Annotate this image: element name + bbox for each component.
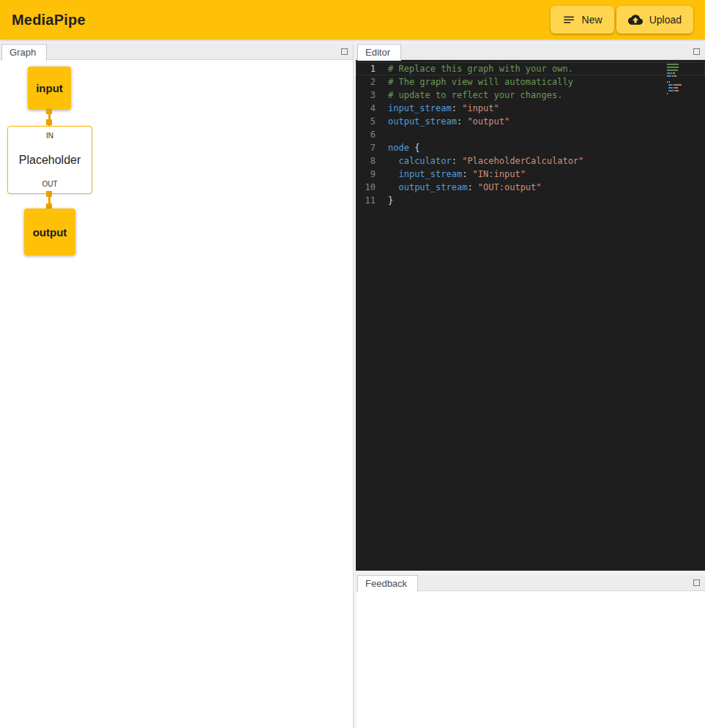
mediapipe-visualizer: MediaPipe New Upload Graph i: [0, 0, 705, 728]
app-title: MediaPipe: [12, 12, 86, 29]
input-port-icon: [46, 119, 52, 125]
output-port-icon: [46, 108, 52, 114]
line-number: 2: [356, 75, 388, 89]
tab-graph[interactable]: Graph: [1, 44, 47, 61]
line-number: 6: [356, 128, 388, 141]
tab-feedback-label: Feedback: [365, 578, 407, 589]
line-number: 8: [356, 154, 388, 168]
header-actions: New Upload: [551, 6, 693, 34]
code-line: 2# The graph view will automatically: [356, 75, 705, 89]
code-line: 9 input_stream: "IN:input": [356, 168, 705, 181]
output-port-icon: [46, 191, 52, 197]
minimap-line: [667, 84, 693, 86]
new-button[interactable]: New: [551, 6, 614, 34]
graph-node-output[interactable]: output: [24, 209, 75, 255]
code-line: 3# update to reflect your changes.: [356, 89, 705, 102]
minimap-line: [667, 93, 693, 94]
graph-panel-header: Graph: [0, 44, 353, 60]
graph-panel: Graph input IN Placeholder OUT output: [0, 44, 354, 728]
maximize-icon[interactable]: [341, 48, 348, 55]
minimap[interactable]: [667, 64, 693, 94]
placeholder-in-port-label: IN: [8, 132, 92, 140]
cloud-upload-icon: [628, 12, 643, 27]
menu-lines-icon: [562, 13, 575, 26]
minimap-line: [667, 87, 693, 89]
maximize-icon[interactable]: [693, 48, 700, 55]
feedback-panel: Feedback: [356, 575, 705, 728]
minimap-line: [667, 81, 693, 83]
code-line: 4input_stream: "input": [356, 102, 705, 115]
tab-editor[interactable]: Editor: [357, 44, 401, 61]
placeholder-out-port-label: OUT: [8, 180, 92, 188]
line-number: 11: [356, 194, 388, 207]
code-line: 7node {: [356, 141, 705, 154]
line-number: 5: [356, 115, 388, 128]
graph-canvas[interactable]: input IN Placeholder OUT output: [0, 60, 353, 728]
minimap-line: [667, 67, 693, 68]
tab-editor-label: Editor: [365, 47, 390, 58]
placeholder-node-label: Placeholder: [8, 154, 92, 167]
line-number: 10: [356, 181, 388, 194]
line-number: 7: [356, 141, 388, 154]
editor-panel-header: Editor: [356, 44, 705, 60]
code-line: 10 output_stream: "OUT:output": [356, 181, 705, 194]
line-number: 1: [356, 62, 388, 75]
minimap-line: [667, 90, 693, 91]
new-button-label: New: [582, 14, 603, 26]
upload-button-label: Upload: [649, 14, 682, 26]
line-number: 3: [356, 89, 388, 102]
code-line: 5output_stream: "output": [356, 115, 705, 128]
line-number: 4: [356, 102, 388, 115]
code-lines: 1# Replace this graph with your own.2# T…: [356, 62, 705, 207]
tab-feedback[interactable]: Feedback: [357, 575, 418, 592]
code-line: 11}: [356, 194, 705, 207]
code-line: 8 calculator: "PlaceholderCalculator": [356, 154, 705, 168]
tab-graph-label: Graph: [10, 47, 36, 58]
editor-panel: Editor 1# Replace this graph with your o…: [356, 44, 705, 571]
line-number: 9: [356, 168, 388, 181]
minimap-line: [667, 72, 693, 74]
feedback-content: [356, 591, 705, 728]
graph-node-input[interactable]: input: [28, 67, 71, 110]
upload-button[interactable]: Upload: [616, 6, 693, 34]
minimap-line: [667, 75, 693, 77]
feedback-panel-header: Feedback: [356, 575, 705, 591]
code-editor[interactable]: 1# Replace this graph with your own.2# T…: [356, 60, 705, 571]
code-line: 1# Replace this graph with your own.: [356, 62, 705, 75]
app-header: MediaPipe New Upload: [0, 0, 705, 40]
maximize-icon[interactable]: [693, 579, 700, 586]
minimap-line: [667, 64, 693, 65]
minimap-line: [667, 70, 693, 71]
graph-node-placeholder[interactable]: IN Placeholder OUT: [7, 126, 92, 194]
code-line: 6: [356, 128, 705, 141]
minimap-line: [667, 78, 693, 80]
